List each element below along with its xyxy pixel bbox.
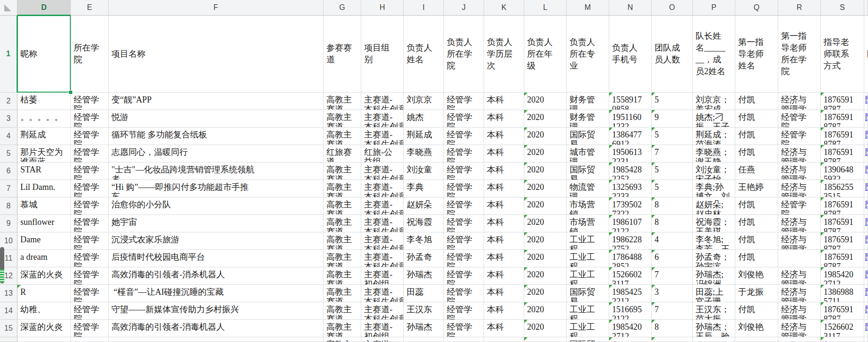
cell-N9[interactable]: 1986107 2122 <box>609 215 652 232</box>
cell-I4[interactable]: 荆延成 <box>404 128 444 145</box>
row-header-9[interactable]: 9 <box>0 215 17 232</box>
column-header-D[interactable]: D <box>17 0 71 16</box>
cell-N8[interactable]: 1739502 7322 <box>609 197 652 215</box>
cell-P7[interactable]: 李典;孙 博文，刘 <box>693 180 735 197</box>
cell-P14[interactable]: 王汉东； 范大振 <box>693 302 735 320</box>
cell-D7[interactable]: Lil Damn. <box>17 180 71 197</box>
cell-T1[interactable]: 附件 <box>864 16 868 93</box>
cell-O7[interactable]: 5 <box>652 180 693 197</box>
cell-T14[interactable]: 附件 <box>864 302 868 320</box>
cell-O3[interactable]: 9 <box>652 110 693 128</box>
cell-J9[interactable]: 经管学 院 <box>444 215 484 232</box>
cell-T10[interactable]: 附件 <box>864 232 868 250</box>
cell-K12[interactable]: 本科 <box>484 267 524 285</box>
row-header-13[interactable]: 13 <box>0 285 17 302</box>
cell-P1[interactable]: 队长姓 名_____ __，成 员2姓名 <box>693 16 735 93</box>
cell-S9[interactable]: 1876591 8787 <box>821 215 864 232</box>
cell-M1[interactable]: 负责人 所在专 业 <box>567 16 609 93</box>
cell-R4[interactable]: 经管学 院 <box>778 128 821 145</box>
cell-S11[interactable]: 1876591 8787 <box>821 250 864 267</box>
cell-P13[interactable]: 田蕊;上 官子珊 <box>693 285 735 302</box>
cell-L10[interactable]: 2020 <box>524 232 567 250</box>
cell-I5[interactable]: 李晓燕 <box>404 145 444 162</box>
cell-N7[interactable]: 1325693 2233 <box>609 180 652 197</box>
cell-O11[interactable]: 6 <box>652 250 693 267</box>
cell-S2[interactable]: 1876591 8787 <box>821 93 864 110</box>
cell-L12[interactable]: 2020 <box>524 267 567 285</box>
cell-G5[interactable]: 红旅赛 道 <box>323 145 361 162</box>
cell-T9[interactable]: 附件 <box>864 215 868 232</box>
column-header-E[interactable]: E <box>71 0 109 16</box>
cell-I1[interactable]: 负责人 姓名 <box>404 16 444 93</box>
row-header-1[interactable]: 1 <box>0 16 17 93</box>
cell-L2[interactable]: 2020 <box>524 93 567 110</box>
cell-N1[interactable]: 负责人 手机号 <box>609 16 652 93</box>
cell-R14[interactable]: 经济与 管理学 院 <box>778 302 821 320</box>
cell-F14[interactable]: 守望——新媒体宣传助力乡村振兴 <box>109 302 323 320</box>
cell-T4[interactable]: 附件 <box>864 128 868 145</box>
cell-D5[interactable]: 那片天空为 谁而蓝 <box>17 145 71 162</box>
cell-G15[interactable]: 高教主 赛道 <box>323 320 361 337</box>
cell-O[interactable] <box>652 337 693 342</box>
cell-S12[interactable]: 1985420 2712 <box>821 267 864 285</box>
cell-E5[interactable]: 经管学 院 <box>71 145 109 162</box>
cell-G3[interactable]: 高教主 赛道 <box>323 110 361 128</box>
row-header-4[interactable]: 4 <box>0 128 17 145</box>
cell-F10[interactable]: 沉浸式农家乐旅游 <box>109 232 323 250</box>
cell-D14[interactable]: 幼稚、 <box>17 302 71 320</box>
cell-F3[interactable]: 悦游 <box>109 110 323 128</box>
cell-J10[interactable]: 经管学 院 <box>444 232 484 250</box>
cell-H8[interactable]: 主赛道- 本科生创意组 <box>361 197 404 215</box>
cell-R10[interactable]: 经济与 管理学 院 <box>778 232 821 250</box>
cell-H13[interactable]: 主赛道- 本科生创意组 <box>361 285 404 302</box>
cell-F12[interactable]: 高效消毒的引领者-消杀机器人 <box>109 267 323 285</box>
cell-R[interactable] <box>778 337 821 342</box>
left-scroll-indicator[interactable] <box>0 247 4 283</box>
cell-G9[interactable]: 高教主 赛道 <box>323 215 361 232</box>
cell-O5[interactable]: 7 <box>652 145 693 162</box>
cell-I2[interactable]: 刘京京 <box>404 93 444 110</box>
cell-I7[interactable]: 李典 <box>404 180 444 197</box>
cell-P9[interactable]: 祝海霞； 王美琪 <box>693 215 735 232</box>
cell-R1[interactable]: 第一指 导老师 所在学 院 <box>778 16 821 93</box>
cell-R11[interactable] <box>778 250 821 267</box>
cell-G4[interactable]: 高教主 赛道 <box>323 128 361 145</box>
cell-J[interactable] <box>444 337 484 342</box>
column-header-G[interactable]: G <box>323 0 361 16</box>
cell-H[interactable]: 主赛道- <box>361 337 404 342</box>
row-header-6[interactable]: 6 <box>0 162 17 180</box>
cell-T6[interactable]: 附件 <box>864 162 868 180</box>
column-header-R[interactable]: R <box>778 0 821 16</box>
cell-P11[interactable]: 孙孟奇； 孙宇滨 <box>693 250 735 267</box>
cell-I15[interactable]: 孙瑞杰 <box>404 320 444 337</box>
cell-P4[interactable]: 荆延成； 范海涛 <box>693 128 735 145</box>
cell-G[interactable]: 高教主 <box>323 337 361 342</box>
cell-K2[interactable]: 本科 <box>484 93 524 110</box>
cell-N3[interactable]: 1951160 1232 <box>609 110 652 128</box>
row-header-3[interactable]: 3 <box>0 110 17 128</box>
cell-R6[interactable]: 经济与 管理学 院 <box>778 162 821 180</box>
cell-R9[interactable]: 经济与 管理学 院 <box>778 215 821 232</box>
cell-T3[interactable]: 附件 <box>864 110 868 128</box>
cell-J6[interactable]: 经管学 院 <box>444 162 484 180</box>
cell-F9[interactable]: 她宇宙 <box>109 215 323 232</box>
cell-S7[interactable]: 1856255 3515 <box>821 180 864 197</box>
cell-K8[interactable]: 本科 <box>484 197 524 215</box>
cell-K[interactable] <box>484 337 524 342</box>
cell-O6[interactable]: 5 <box>652 162 693 180</box>
cell-S4[interactable]: 1876591 8787 <box>821 128 864 145</box>
cell-Q11[interactable]: 付凯 <box>735 250 778 267</box>
cell-N13[interactable]: 1985425 2212 <box>609 285 652 302</box>
cell-H9[interactable]: 主赛道- 本科生创意组 <box>361 215 404 232</box>
cell-P6[interactable]: 刘汝童； 宋子怡 <box>693 162 735 180</box>
cell-H7[interactable]: 主赛道- 本科生创意组 <box>361 180 404 197</box>
cell-O14[interactable]: 7 <box>652 302 693 320</box>
cell-F15[interactable]: 高效消毒的引领者-消毒机器人 <box>109 320 323 337</box>
cell-Q7[interactable]: 王艳婷 <box>735 180 778 197</box>
cell-L15[interactable]: 2020 <box>524 320 567 337</box>
cell-N10[interactable]: 1986228 2752 <box>609 232 652 250</box>
cell-K15[interactable]: 本科 <box>484 320 524 337</box>
cell-J15[interactable]: 经管学 院 <box>444 320 484 337</box>
cell-E15[interactable]: 经管学 院 <box>71 320 109 337</box>
cell-D2[interactable]: 枯萎 <box>17 93 71 110</box>
